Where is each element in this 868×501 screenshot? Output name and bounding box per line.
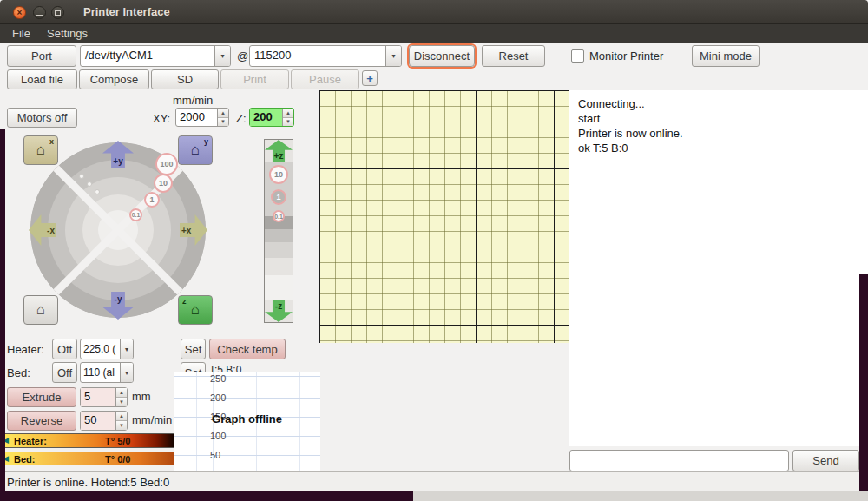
spin-up-icon[interactable]: ▲ <box>283 109 293 118</box>
minimize-icon[interactable] <box>33 6 46 19</box>
z-ring-seg[interactable] <box>265 242 293 258</box>
home-x-button[interactable]: ⌂ x <box>23 135 58 165</box>
graph-tick: 50 <box>210 450 220 460</box>
gcode-viewer-grid[interactable] <box>319 90 569 343</box>
home-z-button[interactable]: ⌂ z <box>178 295 213 325</box>
chevron-down-icon[interactable]: ▾ <box>385 46 401 66</box>
xy-speed-value: 2000 <box>176 109 217 126</box>
sd-button[interactable]: SD <box>151 69 219 89</box>
jog-minus-z-button[interactable]: -z <box>265 300 293 322</box>
baud-select[interactable]: 115200 ▾ <box>249 45 402 67</box>
menu-file[interactable]: File <box>9 27 34 40</box>
add-panel-button[interactable]: + <box>362 70 378 86</box>
z-speed-stepper[interactable]: 200 ▲ ▼ <box>249 108 294 127</box>
spin-down-icon[interactable]: ▼ <box>283 118 293 127</box>
heater-set-button[interactable]: Set <box>181 339 206 359</box>
bed-temp-select[interactable]: 110 (al ▾ <box>80 362 134 383</box>
jog-plus-z-button[interactable]: +z <box>265 140 293 162</box>
compose-button[interactable]: Compose <box>79 69 149 89</box>
z-ring-seg[interactable] <box>265 275 293 300</box>
port-button[interactable]: Port <box>7 45 76 67</box>
bed-off-button[interactable]: Off <box>52 362 77 383</box>
log-line: start <box>578 111 859 126</box>
z-step-1[interactable]: 1 <box>271 189 286 205</box>
menu-settings[interactable]: Settings <box>43 27 91 40</box>
home-icon: ⌂ <box>36 142 45 159</box>
spin-down-icon[interactable]: ▼ <box>116 421 127 430</box>
heater-gauge: ◀ Heater: T° 5/0 <box>2 433 174 448</box>
z-ring-seg[interactable] <box>265 229 293 242</box>
status-text: Printer is online. Hotend:5 Bed:0 <box>7 476 169 489</box>
bed-gauge-label: Bed: <box>14 454 35 465</box>
window-title: Printer Interface <box>83 5 170 18</box>
desktop-strip <box>859 274 868 491</box>
bed-temp-value: 110 (al <box>81 363 120 382</box>
home-all-button[interactable]: ⌂ <box>23 295 58 325</box>
log-line: Connecting... <box>578 96 859 111</box>
log-line: ok T:5 B:0 <box>578 141 859 155</box>
jog-step-10[interactable]: 10 <box>154 174 173 193</box>
z-ring-seg[interactable] <box>265 258 293 275</box>
spin-down-icon[interactable]: ▼ <box>218 118 228 127</box>
home-icon: ⌂ <box>36 301 45 319</box>
jog-pad: +y -y -x +x ⌂ x ⌂ y ⌂ ⌂ z 100 10 1 0.1 <box>23 135 213 325</box>
heater-label: Heater: <box>7 343 44 356</box>
spin-up-icon[interactable]: ▲ <box>218 109 228 118</box>
xy-speed-stepper[interactable]: 2000 ▲ ▼ <box>175 108 229 127</box>
send-button[interactable]: Send <box>792 450 859 471</box>
maximize-icon[interactable] <box>51 6 64 19</box>
xy-speed-label: XY: <box>153 112 170 125</box>
z-step-01[interactable]: 0.1 <box>273 210 285 222</box>
chevron-down-icon[interactable]: ▾ <box>120 363 133 382</box>
spin-down-icon[interactable]: ▼ <box>116 398 127 406</box>
menu-bar: File Settings <box>0 24 868 43</box>
desktop-strip <box>0 129 5 491</box>
bed-gauge: ◀ Bed: T° 0/0 <box>2 452 174 465</box>
load-file-button[interactable]: Load file <box>7 69 77 89</box>
desktop-background: × Printer Interface File Settings Port /… <box>0 0 868 501</box>
print-button: Print <box>220 69 289 89</box>
z-step-10[interactable]: 10 <box>269 165 288 184</box>
graph-tick: 250 <box>210 373 226 384</box>
z-speed-value: 200 <box>250 109 282 126</box>
z-jog-column: +z -z 10 1 0.1 <box>264 139 293 323</box>
check-temp-button[interactable]: Check temp <box>209 339 286 359</box>
mini-mode-button[interactable]: Mini mode <box>692 45 760 67</box>
spin-up-icon[interactable]: ▲ <box>116 388 127 398</box>
monitor-printer-checkbox[interactable] <box>571 49 584 63</box>
reset-button[interactable]: Reset <box>482 45 545 67</box>
home-y-button[interactable]: ⌂ y <box>178 135 213 165</box>
graph-tick: 100 <box>210 431 226 441</box>
reverse-unit-label: mm/min <box>132 413 172 426</box>
chevron-down-icon[interactable]: ▾ <box>120 339 133 359</box>
heater-gauge-value: T° 5/0 <box>105 436 130 446</box>
port-select-value: /dev/ttyACM1 <box>81 46 214 66</box>
home-icon: ⌂ <box>191 142 200 159</box>
app-window: × Printer Interface File Settings Port /… <box>0 0 868 491</box>
z-speed-label: Z: <box>236 112 247 125</box>
chevron-down-icon[interactable]: ▾ <box>214 46 230 66</box>
port-select[interactable]: /dev/ttyACM1 ▾ <box>80 45 231 67</box>
extrude-unit-label: mm <box>132 390 151 403</box>
disconnect-button[interactable]: Disconnect <box>409 45 475 67</box>
command-input[interactable] <box>569 450 789 471</box>
heater-off-button[interactable]: Off <box>52 339 77 359</box>
extrude-amount-stepper[interactable]: 5 ▲ ▼ <box>80 387 128 407</box>
jog-step-1[interactable]: 1 <box>144 192 160 208</box>
reverse-button[interactable]: Reverse <box>7 411 76 431</box>
title-bar[interactable]: × Printer Interface <box>0 0 868 24</box>
jog-step-01[interactable]: 0.1 <box>129 208 142 221</box>
reverse-speed-stepper[interactable]: 50 ▲ ▼ <box>80 411 128 431</box>
heater-temp-select[interactable]: 225.0 ( ▾ <box>80 339 134 359</box>
jog-rings[interactable] <box>30 142 206 318</box>
log-console[interactable]: Connecting... start Printer is now onlin… <box>569 90 868 446</box>
extrude-button[interactable]: Extrude <box>7 387 76 407</box>
spin-up-icon[interactable]: ▲ <box>116 412 127 421</box>
bed-label: Bed: <box>7 366 30 379</box>
jog-step-100[interactable]: 100 <box>155 153 178 175</box>
close-icon[interactable]: × <box>13 6 26 19</box>
motors-off-button[interactable]: Motors off <box>7 108 77 128</box>
background-window-strip <box>413 491 868 501</box>
log-line: Printer is now online. <box>578 126 859 141</box>
heater-temp-value: 225.0 ( <box>81 339 120 359</box>
